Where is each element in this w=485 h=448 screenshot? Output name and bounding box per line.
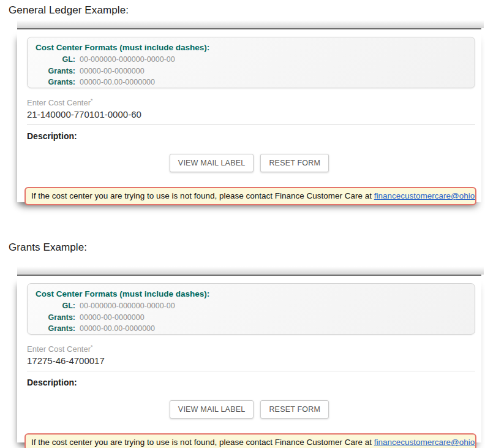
view-mail-label-button[interactable]: VIEW MAIL LABEL <box>170 154 254 172</box>
format-row-grants-1: Grants: 00000-00-0000000 <box>28 66 475 77</box>
warning-text: If the cost center you are trying to use… <box>31 191 374 200</box>
description-label: Description: <box>27 131 481 141</box>
reset-form-button[interactable]: RESET FORM <box>260 400 329 419</box>
required-asterisk: * <box>91 97 93 104</box>
warning-text: If the cost center you are trying to use… <box>31 438 374 447</box>
cost-center-formats-panel: Cost Center Formats (must include dashes… <box>27 37 475 88</box>
cost-center-formats-panel: Cost Center Formats (must include dashes… <box>27 283 475 335</box>
format-value: 00-000000-000000-0000-00 <box>80 54 175 66</box>
description-label: Description: <box>27 378 481 387</box>
cost-center-field-label-text: Enter Cost Center <box>27 344 91 354</box>
format-value: 00000-00.00-0000000 <box>80 323 155 335</box>
format-row-gl: GL: 00-000000-000000-0000-00 <box>28 54 475 66</box>
general-ledger-form-card: Cost Center Formats (must include dashes… <box>17 28 481 202</box>
format-label: GL: <box>28 54 75 66</box>
format-label: Grants: <box>28 66 75 77</box>
format-value: 00000-00.00-0000000 <box>80 77 155 88</box>
cost-center-field-label: Enter Cost Center* <box>27 97 481 107</box>
view-mail-label-button[interactable]: VIEW MAIL LABEL <box>170 400 254 419</box>
format-label: Grants: <box>28 77 75 88</box>
cost-center-field-label: Enter Cost Center* <box>27 344 481 354</box>
format-label: Grants: <box>28 312 75 324</box>
form-button-row: VIEW MAIL LABEL RESET FORM <box>17 400 481 419</box>
format-label: Grants: <box>28 323 75 335</box>
format-row-grants-1: Grants: 00000-00-0000000 <box>28 312 475 324</box>
section-title-general-ledger: General Ledger Example: <box>9 4 129 17</box>
format-value: 00000-00-0000000 <box>80 66 145 77</box>
format-label: GL: <box>28 300 75 312</box>
format-row-gl: GL: 00-000000-000000-0000-00 <box>28 300 475 312</box>
form-button-row: VIEW MAIL LABEL RESET FORM <box>17 154 481 172</box>
finance-customer-care-email-link[interactable]: financecustomercare@ohio.edu <box>374 438 476 447</box>
format-row-grants-2: Grants: 00000-00.00-0000000 <box>28 323 475 335</box>
formats-panel-title: Cost Center Formats (must include dashes… <box>28 288 475 300</box>
cost-center-input-underline <box>27 354 475 371</box>
cost-center-input[interactable] <box>27 109 475 120</box>
reset-form-button[interactable]: RESET FORM <box>260 154 329 172</box>
cost-center-input-underline <box>27 107 475 125</box>
cost-center-input[interactable] <box>27 355 475 366</box>
formats-panel-title: Cost Center Formats (must include dashes… <box>28 42 475 54</box>
grants-form-card: Cost Center Formats (must include dashes… <box>17 275 481 442</box>
required-asterisk: * <box>91 344 93 350</box>
cost-center-field-label-text: Enter Cost Center <box>27 98 91 107</box>
not-found-warning: If the cost center you are trying to use… <box>24 187 476 205</box>
finance-customer-care-email-link[interactable]: financecustomercare@ohio.edu <box>374 191 476 200</box>
format-value: 00000-00-0000000 <box>80 312 145 324</box>
not-found-warning: If the cost center you are trying to use… <box>24 433 476 448</box>
format-row-grants-2: Grants: 00000-00.00-0000000 <box>28 77 475 88</box>
format-value: 00-000000-000000-0000-00 <box>80 300 175 312</box>
section-title-grants: Grants Example: <box>9 241 87 254</box>
